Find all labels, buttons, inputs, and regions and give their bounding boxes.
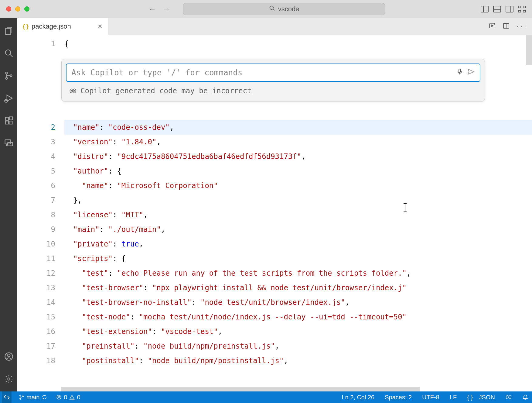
copilot-icon [69,88,77,94]
svg-rect-10 [5,117,8,120]
svg-rect-12 [9,121,12,124]
editor-area[interactable]: 123456789101112131415161718 { "name": "c… [17,35,532,391]
copilot-footer: Copilot generated code may be incorrect [66,82,480,97]
sync-icon [42,394,47,400]
code-line[interactable]: "preinstall": "node build/npm/preinstall… [64,339,532,353]
tab-title: package.json [32,22,71,30]
horizontal-scrollbar[interactable] [61,387,420,391]
code-line[interactable]: "main": "./out/main", [64,222,532,237]
nav-buttons: ← → [148,4,170,14]
customize-layout-icon[interactable] [518,6,526,12]
command-center[interactable]: vscode [183,3,385,15]
copilot-status-icon[interactable] [503,394,514,400]
json-file-icon: { } [23,23,29,30]
code-line[interactable]: "test-extension": "vscode-test", [64,324,532,339]
code-line[interactable]: "name": "Microsoft Corporation" [64,178,532,193]
command-center-text: vscode [278,5,299,13]
problems-status[interactable]: 0 0 [54,394,82,401]
svg-point-27 [74,91,75,91]
line-number: 6 [17,178,55,193]
toggle-primary-sidebar-icon[interactable] [481,6,489,12]
code-line[interactable]: "name": "code-oss-dev", [64,120,532,135]
svg-point-33 [72,398,72,399]
cursor-position[interactable]: Ln 2, Col 26 [340,394,376,401]
line-number: 18 [17,353,55,368]
text-cursor [405,203,405,212]
send-icon[interactable] [467,68,475,78]
code-line[interactable]: "test-node": "mocha test/unit/node/index… [64,310,532,324]
eol-status[interactable]: LF [448,394,459,401]
svg-point-28 [20,395,21,396]
copilot-footer-text: Copilot generated code may be incorrect [80,87,252,95]
copilot-input[interactable] [71,68,452,77]
search-icon[interactable] [4,48,14,58]
code-line[interactable]: "test-browser-no-install": "node test/un… [64,295,532,310]
nav-forward-icon[interactable]: → [162,4,170,14]
git-branch-status[interactable]: main [17,394,49,401]
svg-marker-20 [492,25,493,27]
chat-icon[interactable] [4,138,14,148]
line-number: 8 [17,208,55,222]
code-line[interactable]: }, [64,193,532,208]
error-count: 0 [64,394,67,401]
tab-bar: { } package.json ✕ · · · [17,18,532,35]
svg-point-18 [8,378,10,380]
split-editor-icon[interactable] [503,22,510,31]
code-line[interactable]: "scripts": { [64,251,532,266]
code-line[interactable]: "test-browser": "npx playwright install … [64,281,532,295]
minimap[interactable] [526,35,532,65]
svg-point-6 [5,78,7,79]
close-tab-icon[interactable]: ✕ [97,23,103,30]
line-number: 12 [17,266,55,281]
more-actions-icon[interactable]: · · · [517,22,526,30]
window-maximize-button[interactable] [24,6,29,12]
code-line[interactable]: "license": "MIT", [64,208,532,222]
code-line[interactable]: { [64,36,532,51]
code-line[interactable]: "author": { [64,164,532,178]
editor-actions: · · · [489,18,532,35]
code-line[interactable]: "test": "echo Please run any of the test… [64,266,532,281]
toggle-panel-icon[interactable] [493,6,501,12]
microphone-icon[interactable] [456,68,463,77]
remote-indicator[interactable] [2,391,12,403]
line-number: 13 [17,281,55,295]
run-debug-icon[interactable] [4,93,14,103]
warning-icon [69,394,75,400]
accounts-icon[interactable] [4,352,14,361]
layout-controls [481,6,526,12]
svg-point-35 [509,396,511,399]
explorer-icon[interactable] [4,26,14,36]
notifications-icon[interactable] [520,394,530,400]
encoding-status[interactable]: UTF-8 [420,394,441,401]
code-line[interactable]: "postinstall": "node build/npm/postinsta… [64,353,532,368]
window-close-button[interactable] [6,6,11,12]
svg-point-29 [20,398,21,399]
language-mode[interactable]: { } JSON [465,394,497,401]
line-number: 5 [17,164,55,178]
svg-line-4 [10,54,12,57]
run-file-icon[interactable] [489,22,496,31]
window-minimize-button[interactable] [15,6,20,12]
code-line[interactable]: "version": "1.84.0", [64,135,532,149]
svg-rect-23 [459,69,461,72]
source-control-icon[interactable] [4,71,14,81]
code-line[interactable]: "private": true, [64,237,532,251]
extensions-icon[interactable] [4,116,14,126]
toggle-secondary-sidebar-icon[interactable] [506,6,513,12]
line-number: 1 [17,36,55,51]
line-number: 9 [17,222,55,237]
tab-package-json[interactable]: { } package.json ✕ [17,18,108,35]
code-line[interactable]: "distro": "9cdc4175a8604751edba6baf46edf… [64,149,532,164]
nav-back-icon[interactable]: ← [148,4,156,14]
warning-count: 0 [77,394,80,401]
settings-gear-icon[interactable] [4,374,14,384]
svg-point-26 [71,91,72,91]
line-number: 3 [17,135,55,149]
line-number: 2 [17,120,55,135]
indentation-status[interactable]: Spaces: 2 [383,394,414,401]
window-controls [6,6,29,12]
status-bar: main 0 0 Ln 2, Col 26 Spaces: 2 UTF-8 LF… [0,391,532,403]
svg-point-7 [10,75,12,77]
title-bar: ← → vscode [0,0,532,18]
search-icon [269,5,275,13]
